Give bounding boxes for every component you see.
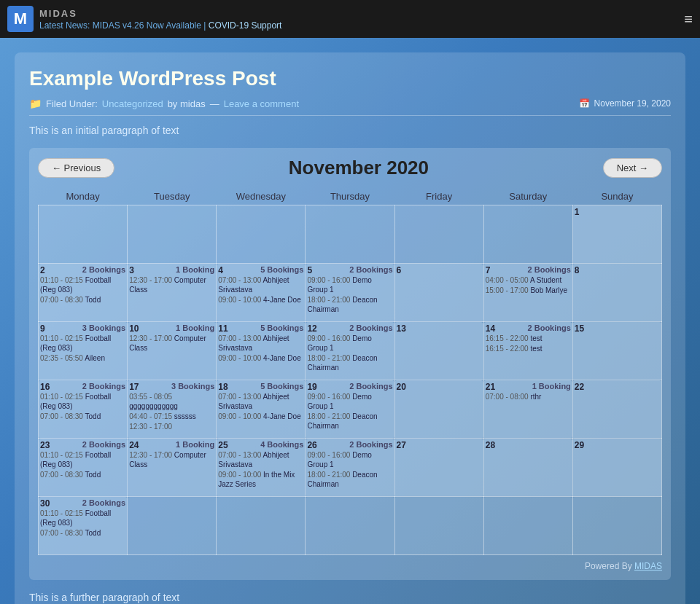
calendar-cell[interactable]: 192 Bookings09:00 - 16:00 Demo Group 118… [306,380,394,439]
next-button[interactable]: Next → [603,158,662,178]
calendar-cell[interactable]: 162 Bookings01:10 - 02:15 Football (Reg … [39,380,128,439]
news-link1[interactable]: MIDAS v4.26 Now Available [93,20,201,31]
calendar-cell[interactable]: 45 Bookings07:00 - 13:00 Abhijeet Srivas… [217,264,306,322]
booking-count: 2 Bookings [82,498,125,507]
calendar-cell[interactable]: 185 Bookings07:00 - 13:00 Abhijeet Sriva… [217,380,306,439]
event-item[interactable]: 01:10 - 02:15 Football (Reg 083) [40,334,125,353]
event-item[interactable]: 07:00 - 08:30 Todd [40,295,125,305]
event-item[interactable]: 07:00 - 13:00 Abhijeet Srivastava [218,450,303,469]
event-item[interactable]: 07:00 - 13:00 Abhijeet Srivastava [218,275,303,294]
weekday-header: Saturday [483,188,572,205]
calendar-cell[interactable]: 254 Bookings07:00 - 13:00 Abhijeet Sriva… [217,439,306,497]
calendar-cell[interactable]: 28 [483,439,572,497]
event-item[interactable]: 09:00 - 16:00 Demo Group 1 [307,450,392,469]
calendar-cell[interactable]: 20 [394,380,483,439]
prev-button[interactable]: ← Previous [38,158,114,178]
event-item[interactable]: 18:00 - 21:00 Deacon Chairman [307,470,392,489]
event-item[interactable]: 09:00 - 16:00 Demo Group 1 [307,392,392,411]
calendar-cell[interactable]: 72 Bookings04:00 - 05:00 A Student15:00 … [483,264,572,322]
menu-icon[interactable]: ≡ [684,11,693,28]
event-name: rthr [530,393,541,401]
meta-comment[interactable]: Leave a comment [224,98,299,109]
event-item[interactable]: 12:30 - 17:00 Computer Class [129,275,214,294]
calendar-cell[interactable]: 142 Bookings16:15 - 22:00 test16:15 - 22… [483,322,572,380]
event-item[interactable]: 12:30 - 17:00 [129,422,214,431]
event-item[interactable]: 03:55 - 08:05 gggggggggggg [129,392,214,411]
booking-count: 1 Booking [176,440,214,449]
event-item[interactable]: 09:00 - 16:00 Demo Group 1 [307,334,392,353]
event-item[interactable]: 15:00 - 17:00 Bob Marlye [486,286,571,295]
event-time: 09:00 - 16:00 [307,334,350,342]
event-item[interactable]: 12:30 - 17:00 Computer Class [129,450,214,469]
calendar-cell[interactable]: 22 Bookings01:10 - 02:15 Football (Reg 0… [39,264,128,322]
event-time: 09:00 - 16:00 [307,276,350,284]
calendar-cell[interactable]: 52 Bookings09:00 - 16:00 Demo Group 118:… [306,264,394,322]
day-number: 22 [575,382,584,392]
event-item[interactable]: 09:00 - 10:00 In the Mix Jazz Series [218,470,303,489]
event-item[interactable]: 16:15 - 22:00 test [486,334,571,343]
calendar-cell[interactable]: 27 [394,439,483,497]
event-item[interactable]: 01:10 - 02:15 Football (Reg 083) [40,450,125,469]
event-time: 01:10 - 02:15 [40,334,83,342]
logo-icon: M [7,6,34,32]
event-item[interactable]: 18:00 - 21:00 Deacon Chairman [307,353,392,372]
event-item[interactable]: 12:30 - 17:00 Computer Class [129,334,214,353]
event-item[interactable]: 09:00 - 10:00 4-Jane Doe [218,353,303,363]
calendar-cell[interactable]: 93 Bookings01:10 - 02:15 Football (Reg 0… [39,322,128,380]
event-item[interactable]: 09:00 - 10:00 4-Jane Doe [218,295,303,305]
news-bar: Latest News: MIDAS v4.26 Now Available |… [39,20,281,31]
event-item[interactable]: 07:00 - 08:30 Todd [40,470,125,479]
booking-count: 2 Bookings [528,265,571,274]
calendar-cell[interactable]: 211 Booking07:00 - 08:00 rthr [483,380,572,439]
booking-count: 2 Bookings [82,265,125,274]
event-time: 07:00 - 08:30 [40,296,83,304]
booking-count: 5 Bookings [260,382,303,391]
day-events: 09:00 - 16:00 Demo Group 118:00 - 21:00 … [307,334,392,373]
calendar-cell[interactable]: 101 Booking12:30 - 17:00 Computer Class [128,322,217,380]
calendar-cell[interactable]: 13 [394,322,483,380]
news-link2[interactable]: COVID-19 Support [209,20,282,31]
booking-count: 2 Bookings [82,440,125,449]
day-number: 16 [40,382,50,392]
event-item[interactable]: 04:40 - 07:15 ssssss [129,412,214,421]
calendar-cell[interactable]: 29 [572,439,661,497]
event-item[interactable]: 07:00 - 13:00 Abhijeet Srivastava [218,334,303,353]
calendar-cell[interactable]: 241 Booking12:30 - 17:00 Computer Class [128,439,217,497]
event-item[interactable]: 18:00 - 21:00 Deacon Chairman [307,412,392,431]
event-item[interactable]: 04:00 - 05:00 A Student [486,275,571,285]
day-number: 20 [397,382,406,392]
calendar-cell[interactable]: 31 Booking12:30 - 17:00 Computer Class [128,264,217,322]
day-number: 23 [40,440,50,450]
calendar-cell[interactable]: 173 Bookings03:55 - 08:05 gggggggggggg04… [128,380,217,439]
powered-by-link[interactable]: MIDAS [634,561,662,571]
event-item[interactable]: 01:10 - 02:15 Football (Reg 083) [40,392,125,411]
calendar-cell[interactable]: 302 Bookings01:10 - 02:15 Football (Reg … [39,497,128,555]
calendar-cell[interactable]: 15 [572,322,661,380]
event-item[interactable]: 01:10 - 02:15 Football (Reg 083) [40,509,125,527]
event-time: 07:00 - 08:30 [40,529,83,537]
calendar-cell[interactable]: 22 [572,380,661,439]
event-item[interactable]: 07:00 - 08:30 Todd [40,528,125,538]
event-name: 4-Jane Doe [263,354,301,362]
event-item[interactable]: 07:00 - 13:00 Abhijeet Srivastava [218,392,303,411]
event-item[interactable]: 18:00 - 21:00 Deacon Chairman [307,295,392,314]
meta-category[interactable]: Uncategorized [102,98,163,109]
calendar-cell[interactable]: 8 [572,264,661,322]
event-item[interactable]: 07:00 - 08:30 Todd [40,412,125,421]
event-item[interactable]: 07:00 - 08:00 rthr [486,392,571,401]
day-events: 07:00 - 13:00 Abhijeet Srivastava09:00 -… [218,275,303,305]
event-item[interactable]: 01:10 - 02:15 Football (Reg 083) [40,275,125,294]
day-number: 12 [307,323,316,334]
calendar-cell[interactable]: 122 Bookings09:00 - 16:00 Demo Group 118… [306,322,394,380]
calendar-cell[interactable]: 6 [394,264,483,322]
event-item[interactable]: 02:35 - 05:50 Aileen [40,353,125,363]
event-item[interactable]: 09:00 - 10:00 4-Jane Doe [218,412,303,421]
event-name: gggggggggggg [129,402,178,410]
calendar-cell[interactable]: 232 Bookings01:10 - 02:15 Football (Reg … [39,439,128,497]
post-container: Example WordPress Post 📁 Filed Under: Un… [15,52,685,604]
event-item[interactable]: 09:00 - 16:00 Demo Group 1 [307,275,392,294]
calendar-cell[interactable]: 115 Bookings07:00 - 13:00 Abhijeet Sriva… [217,322,306,380]
calendar-cell[interactable]: 262 Bookings09:00 - 16:00 Demo Group 118… [306,439,394,497]
calendar-cell[interactable]: 1 [572,205,661,264]
event-item[interactable]: 16:15 - 22:00 test [486,344,571,353]
